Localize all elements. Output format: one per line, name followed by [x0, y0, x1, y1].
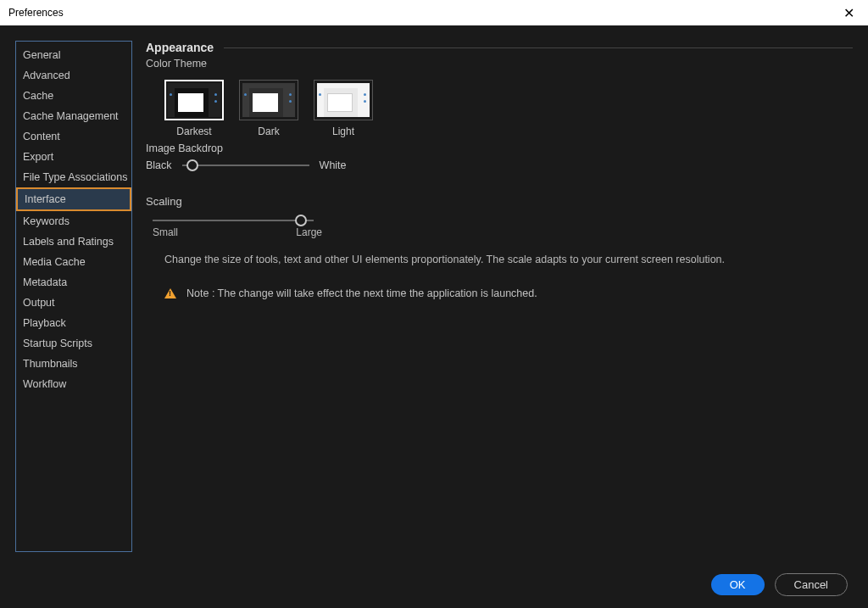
dialog-titlebar: Preferences ✕ [0, 0, 868, 25]
scaling-left-label: Small [153, 226, 178, 238]
sidebar-item-file-type-associations[interactable]: File Type Associations [16, 167, 131, 187]
backdrop-left-label: Black [146, 159, 172, 171]
dialog-footer: OK Cancel [0, 567, 868, 608]
color-theme-row: DarkestDarkLight [164, 80, 853, 137]
preferences-dialog: Preferences ✕ GeneralAdvancedCacheCache … [0, 0, 868, 608]
theme-thumbnail[interactable] [314, 80, 373, 120]
scaling-slider-thumb[interactable] [295, 215, 307, 226]
theme-thumbnail[interactable] [164, 80, 224, 120]
theme-label: Light [332, 126, 354, 137]
scaling-right-label: Large [296, 226, 322, 238]
sidebar-item-startup-scripts[interactable]: Startup Scripts [16, 333, 131, 354]
sidebar-item-output[interactable]: Output [16, 293, 131, 313]
scaling-title: Scaling [146, 195, 853, 208]
close-icon[interactable]: ✕ [838, 3, 860, 23]
section-title-appearance: Appearance [146, 41, 214, 54]
sidebar-item-export[interactable]: Export [16, 147, 131, 167]
sidebar-item-keywords[interactable]: Keywords [16, 211, 131, 231]
divider [224, 47, 853, 48]
sidebar-item-metadata[interactable]: Metadata [16, 272, 131, 293]
cancel-button[interactable]: Cancel [775, 573, 848, 596]
warning-icon [164, 288, 176, 298]
theme-option-light[interactable]: Light [314, 80, 373, 137]
scaling-description: Change the size of tools, text and other… [164, 254, 853, 265]
dialog-title: Preferences [8, 7, 64, 19]
theme-label: Dark [258, 126, 279, 137]
color-theme-label: Color Theme [146, 58, 853, 70]
theme-option-darkest[interactable]: Darkest [164, 80, 224, 137]
theme-option-dark[interactable]: Dark [239, 80, 298, 137]
sidebar-item-interface[interactable]: Interface [16, 187, 131, 211]
scaling-note: Note : The change will take effect the n… [186, 287, 537, 299]
sidebar-item-labels-and-ratings[interactable]: Labels and Ratings [16, 231, 131, 252]
theme-label: Darkest [176, 126, 211, 137]
backdrop-slider-thumb[interactable] [186, 159, 198, 171]
theme-thumbnail[interactable] [239, 80, 298, 120]
sidebar: GeneralAdvancedCacheCache ManagementCont… [15, 41, 132, 552]
sidebar-item-advanced[interactable]: Advanced [16, 65, 131, 86]
sidebar-item-playback[interactable]: Playback [16, 313, 131, 333]
sidebar-item-thumbnails[interactable]: Thumbnails [16, 354, 131, 374]
ok-button[interactable]: OK [711, 574, 765, 595]
backdrop-right-label: White [320, 159, 347, 171]
sidebar-item-cache[interactable]: Cache [16, 86, 131, 106]
sidebar-item-cache-management[interactable]: Cache Management [16, 106, 131, 126]
image-backdrop-label: Image Backdrop [146, 142, 853, 154]
backdrop-slider[interactable] [182, 165, 309, 166]
sidebar-item-content[interactable]: Content [16, 126, 131, 147]
scaling-slider[interactable] [153, 220, 314, 221]
content-panel: Appearance Color Theme DarkestDarkLight … [146, 41, 853, 552]
sidebar-item-general[interactable]: General [16, 45, 131, 65]
sidebar-item-media-cache[interactable]: Media Cache [16, 252, 131, 272]
sidebar-item-workflow[interactable]: Workflow [16, 374, 131, 394]
